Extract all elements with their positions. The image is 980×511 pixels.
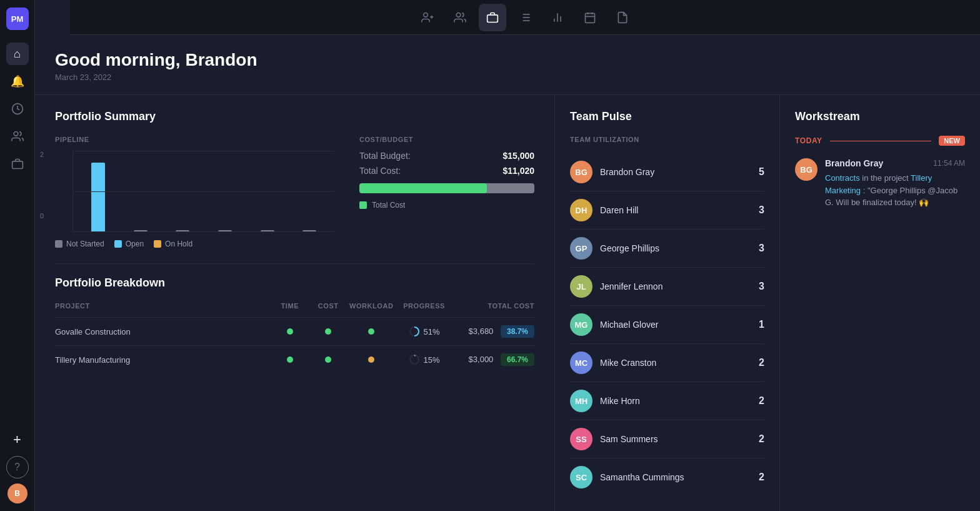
nav-file[interactable] (609, 4, 636, 31)
ws-contracts-link[interactable]: Contracts (825, 173, 860, 183)
member-avatar: MG (570, 313, 592, 336)
member-left: MH Mike Horn (570, 390, 640, 412)
total-budget-row: Total Budget: $15,000 (359, 151, 534, 161)
sidebar-item-home[interactable]: ⌂ (6, 43, 29, 65)
member-left: MG Michael Glover (570, 313, 658, 336)
greeting: Good morning, Brandon (55, 50, 960, 70)
legend-on-hold: On Hold (154, 240, 192, 248)
member-left: DH Daren Hill (570, 199, 638, 221)
ws-header: Brandon Gray 11:54 AM (825, 158, 965, 168)
progress-cell: 51% (396, 318, 453, 346)
member-avatar: JL (570, 275, 592, 298)
team-member-row[interactable]: MC Mike Cranston 2 (570, 344, 764, 382)
team-member-row[interactable]: JL Jennifer Lennon 3 (570, 268, 764, 306)
member-left: BG Brandon Gray (570, 161, 654, 183)
col-time: TIME (271, 302, 309, 318)
utilization-label: TEAM UTILIZATION (570, 136, 764, 143)
nav-calendar[interactable] (576, 4, 604, 31)
bar-not-started-6 (302, 230, 316, 231)
team-member-row[interactable]: MG Michael Glover 1 (570, 306, 764, 344)
header-date: March 23, 2022 (55, 73, 960, 82)
col-total-cost: TOTAL COST (453, 302, 534, 318)
legend-dot-on-hold (154, 240, 161, 248)
member-name: Brandon Gray (600, 167, 654, 177)
sidebar-item-history[interactable] (6, 98, 29, 120)
svg-point-1 (14, 132, 18, 136)
member-count: 5 (759, 166, 764, 178)
member-avatar: DH (570, 199, 592, 221)
app-logo[interactable]: PM (6, 8, 29, 30)
table-row[interactable]: Tillery Manufacturing 15% (55, 346, 534, 374)
cost-budget-section: COST/BUDGET Total Budget: $15,000 Total … (359, 136, 534, 248)
time-dot (271, 346, 309, 374)
workload-dot (348, 346, 396, 374)
svg-rect-17 (586, 13, 595, 23)
progress-circle-small (409, 354, 420, 365)
add-button[interactable]: + (6, 428, 29, 451)
ws-content: Brandon Gray 11:54 AM Contracts in the p… (825, 158, 965, 209)
legend-dot-not-started (55, 240, 62, 248)
bar-not-started-2 (134, 230, 148, 231)
total-cost-cell: $3,000 66.7% (453, 346, 534, 374)
col-project: PROJECT (55, 302, 271, 318)
ws-name: Brandon Gray (825, 158, 883, 168)
team-pulse-title: Team Pulse (570, 110, 764, 123)
sidebar: PM ⌂ 🔔 + ? B (0, 0, 35, 511)
table-row[interactable]: Govalle Construction 51% (55, 318, 534, 346)
cost-dot (309, 318, 348, 346)
sidebar-item-notifications[interactable]: 🔔 (6, 70, 29, 93)
left-panel: Portfolio Summary PIPELINE 2 0 (35, 95, 555, 511)
team-member-row[interactable]: DH Daren Hill 3 (570, 191, 764, 230)
member-name: Mike Cranston (600, 358, 656, 368)
nav-list[interactable] (511, 4, 539, 31)
member-count: 3 (759, 205, 764, 216)
team-pulse-panel: Team Pulse TEAM UTILIZATION BG Brandon G… (555, 95, 780, 511)
member-left: JL Jennifer Lennon (570, 275, 662, 298)
today-label: TODAY (795, 136, 822, 145)
member-count: 1 (759, 319, 764, 330)
portfolio-breakdown-title: Portfolio Breakdown (55, 276, 534, 290)
member-name: Mike Horn (600, 396, 640, 406)
member-name: George Phillips (600, 243, 659, 253)
sidebar-item-people[interactable] (6, 125, 29, 148)
bar-group-2 (121, 230, 161, 231)
sidebar-item-projects[interactable] (6, 153, 29, 175)
workload-dot (348, 318, 396, 346)
member-avatar: MH (570, 390, 592, 412)
team-member-row[interactable]: BG Brandon Gray 5 (570, 153, 764, 191)
ws-time: 11:54 AM (933, 159, 965, 168)
nav-portfolio[interactable] (479, 4, 506, 31)
member-count: 2 (759, 472, 764, 483)
svg-point-6 (456, 13, 461, 17)
cost-budget-label: COST/BUDGET (359, 136, 534, 143)
member-avatar: BG (570, 161, 592, 183)
section-divider-1 (55, 263, 534, 264)
workstream-entry: BG Brandon Gray 11:54 AM Contracts in th… (795, 158, 965, 209)
nav-team-member[interactable] (414, 4, 441, 31)
member-count: 3 (759, 243, 764, 254)
svg-rect-2 (12, 161, 22, 169)
member-name: Sam Summers (600, 434, 658, 444)
cost-legend: Total Cost (359, 201, 534, 210)
bar-group-3 (162, 230, 202, 231)
member-name: Michael Glover (600, 320, 658, 330)
workstream-panel: Workstream TODAY NEW BG Brandon Gray 11:… (780, 95, 980, 511)
help-button[interactable]: ? (6, 456, 29, 478)
team-member-row[interactable]: SS Sam Summers 2 (570, 420, 764, 458)
budget-bar (359, 183, 534, 193)
bar-not-started-3 (176, 230, 189, 231)
user-avatar[interactable]: B (8, 483, 28, 503)
nav-teams[interactable] (446, 4, 474, 31)
nav-chart[interactable] (544, 4, 571, 31)
bar-group-1 (78, 163, 118, 231)
member-left: GP George Phillips (570, 237, 659, 260)
team-member-row[interactable]: SC Samantha Cummings 2 (570, 458, 764, 496)
svg-point-22 (410, 355, 419, 364)
team-member-row[interactable]: GP George Phillips 3 (570, 230, 764, 268)
member-count: 3 (759, 281, 764, 292)
workstream-today-header: TODAY NEW (795, 136, 965, 146)
member-name: Samantha Cummings (600, 472, 684, 482)
member-left: MC Mike Cranston (570, 352, 656, 374)
budget-bar-fill (359, 183, 487, 193)
team-member-row[interactable]: MH Mike Horn 2 (570, 382, 764, 420)
